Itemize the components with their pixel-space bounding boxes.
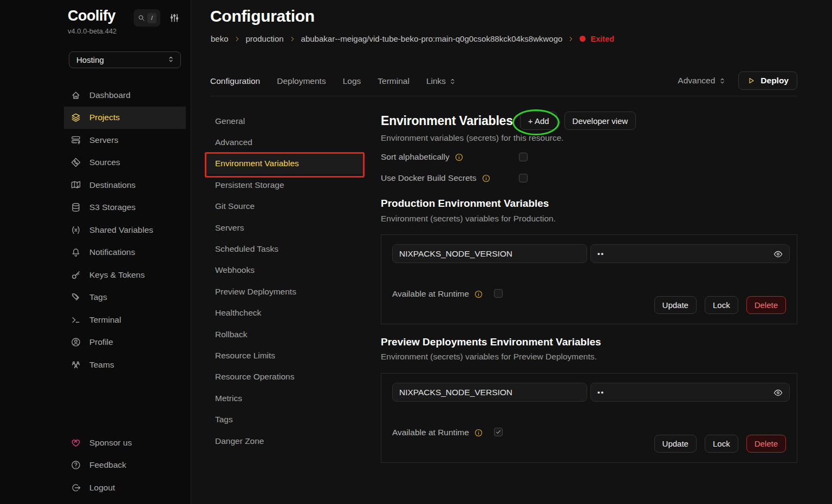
info-icon[interactable] xyxy=(482,174,491,183)
preview-env-subtitle: Environment (secrets) variables for Prev… xyxy=(381,352,597,362)
sidebar-item-label: Terminal xyxy=(89,315,121,325)
subnav-scheduled-tasks[interactable]: Scheduled Tasks xyxy=(206,238,363,259)
sidebar-item-feedback[interactable]: Feedback xyxy=(64,454,186,477)
chevron-updown-icon xyxy=(167,55,175,65)
docker-build-secrets-checkbox[interactable] xyxy=(519,174,528,182)
home-icon xyxy=(70,90,81,101)
env-section-subtitle: Environment variables (secrets) for this… xyxy=(381,133,564,143)
user-circle-icon xyxy=(70,337,81,348)
available-at-runtime-checkbox[interactable] xyxy=(494,428,503,436)
settings-sliders-button[interactable] xyxy=(169,12,181,24)
subnav-webhooks[interactable]: Webhooks xyxy=(206,260,363,281)
preview-env-heading: Preview Deployments Environment Variable… xyxy=(381,336,601,348)
update-button[interactable]: Update xyxy=(654,435,697,453)
sidebar-item-sources[interactable]: Sources xyxy=(64,152,186,174)
breadcrumb-resource[interactable]: abubakar--meigag/vid-tube-beko-pro:main-… xyxy=(301,34,563,43)
available-at-runtime-checkbox[interactable] xyxy=(494,289,503,298)
env-value-input[interactable]: •• xyxy=(590,383,790,402)
info-icon[interactable] xyxy=(454,153,464,162)
subnav-general[interactable]: General xyxy=(206,110,363,132)
heart-hands-icon xyxy=(70,437,81,448)
app-version: v4.0.0-beta.442 xyxy=(68,27,116,35)
git-source-icon xyxy=(70,157,81,168)
variable-icon xyxy=(70,225,81,235)
sidebar-item-keys-tokens[interactable]: Keys & Tokens xyxy=(64,264,186,286)
subnav-servers[interactable]: Servers xyxy=(206,217,363,238)
sidebar-item-destinations[interactable]: Destinations xyxy=(64,174,186,197)
sidebar-item-profile[interactable]: Profile xyxy=(64,331,186,354)
add-env-variable-button[interactable]: + Add xyxy=(520,112,557,130)
subnav-danger-zone[interactable]: Danger Zone xyxy=(206,430,363,451)
env-key-input[interactable]: NIXPACKS_NODE_VERSION xyxy=(392,383,587,402)
sidebar-item-dashboard[interactable]: Dashboard xyxy=(64,84,186,107)
sort-alphabetically-row: Sort alphabetically xyxy=(381,152,464,162)
tab-links[interactable]: Links xyxy=(426,76,457,86)
subnav-preview-deployments[interactable]: Preview Deployments xyxy=(206,281,363,302)
breadcrumb-environment[interactable]: production xyxy=(246,34,284,43)
delete-button[interactable]: Delete xyxy=(746,296,786,314)
env-value-input[interactable]: •• xyxy=(590,244,790,263)
tab-configuration[interactable]: Configuration xyxy=(210,76,260,86)
chevron-updown-icon xyxy=(718,77,726,85)
chevron-right-icon xyxy=(233,35,241,43)
sidebar-item-servers[interactable]: Servers xyxy=(64,129,186,152)
developer-view-button[interactable]: Developer view xyxy=(564,112,636,130)
show-value-button[interactable] xyxy=(773,249,783,261)
sidebar-item-label: Projects xyxy=(89,113,120,122)
sidebar-item-shared-variables[interactable]: Shared Variables xyxy=(64,219,186,241)
delete-button[interactable]: Delete xyxy=(746,435,786,453)
sidebar-item-tags[interactable]: Tags xyxy=(64,286,186,309)
sidebar-nav: Dashboard Projects Servers Sources Desti… xyxy=(64,84,186,376)
lock-button[interactable]: Lock xyxy=(705,435,738,453)
sidebar-item-notifications[interactable]: Notifications xyxy=(64,241,186,264)
info-icon[interactable] xyxy=(474,428,483,437)
sidebar-item-teams[interactable]: Teams xyxy=(64,354,186,376)
team-select[interactable]: Hosting xyxy=(69,51,181,68)
deploy-button[interactable]: Deploy xyxy=(738,71,797,90)
subnav-persistent-storage[interactable]: Persistent Storage xyxy=(206,174,363,195)
breadcrumb: beko production abubakar--meigag/vid-tub… xyxy=(211,34,614,43)
sidebar-item-projects[interactable]: Projects xyxy=(64,107,186,129)
advanced-menu[interactable]: Advanced xyxy=(678,76,726,86)
subnav-advanced[interactable]: Advanced xyxy=(206,132,363,153)
subnav-resource-operations[interactable]: Resource Operations xyxy=(206,366,363,388)
sidebar-item-logout[interactable]: Logout xyxy=(64,476,186,499)
sidebar-item-s3-storages[interactable]: S3 Storages xyxy=(64,197,186,219)
coolify-app: Coolify / v4.0.0-beta.442 Hosting Dashbo… xyxy=(0,0,832,504)
subnav-healthcheck[interactable]: Healthcheck xyxy=(206,303,363,324)
search-button[interactable]: / xyxy=(134,9,160,27)
tab-deployments[interactable]: Deployments xyxy=(277,76,326,86)
subnav-environment-variables[interactable]: Environment Variables xyxy=(206,153,363,174)
help-circle-icon xyxy=(70,460,81,470)
sidebar-item-label: Logout xyxy=(89,483,115,493)
sidebar-item-terminal[interactable]: Terminal xyxy=(64,309,186,331)
show-value-button[interactable] xyxy=(773,388,783,400)
chevron-updown-icon xyxy=(448,77,457,86)
sidebar-item-sponsor[interactable]: Sponsor us xyxy=(64,431,186,454)
sidebar-item-label: Sources xyxy=(89,158,120,167)
masked-value: •• xyxy=(597,250,604,258)
server-icon xyxy=(70,135,81,146)
sidebar: Coolify / v4.0.0-beta.442 Hosting Dashbo… xyxy=(0,0,191,504)
subnav-resource-limits[interactable]: Resource Limits xyxy=(206,345,363,366)
env-card-actions: Update Lock Delete xyxy=(654,435,786,453)
env-key-input[interactable]: NIXPACKS_NODE_VERSION xyxy=(392,244,587,263)
tab-terminal[interactable]: Terminal xyxy=(378,76,410,86)
map-icon xyxy=(70,180,81,191)
app-logo[interactable]: Coolify xyxy=(68,8,115,24)
chevron-right-icon xyxy=(289,35,296,43)
breadcrumb-project[interactable]: beko xyxy=(211,34,229,43)
sort-alphabetically-checkbox[interactable] xyxy=(519,153,528,161)
subnav-metrics[interactable]: Metrics xyxy=(206,388,363,409)
layers-icon xyxy=(70,112,81,123)
info-icon[interactable] xyxy=(474,290,483,299)
subnav-rollback[interactable]: Rollback xyxy=(206,324,363,345)
lock-button[interactable]: Lock xyxy=(705,296,738,314)
update-button[interactable]: Update xyxy=(654,296,697,314)
sort-alphabetically-label: Sort alphabetically xyxy=(381,152,450,162)
subnav-git-source[interactable]: Git Source xyxy=(206,196,363,217)
subnav-tags[interactable]: Tags xyxy=(206,409,363,430)
users-icon xyxy=(70,359,81,370)
tab-logs[interactable]: Logs xyxy=(343,76,361,86)
key-icon xyxy=(70,270,81,280)
